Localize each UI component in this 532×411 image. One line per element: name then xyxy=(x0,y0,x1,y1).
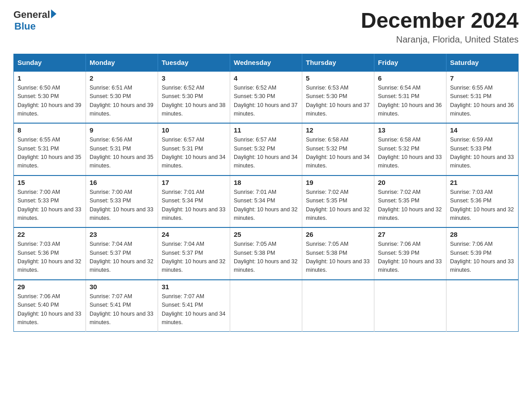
day-info: Sunrise: 7:06 AMSunset: 5:40 PMDaylight:… xyxy=(17,293,81,325)
weekday-header-tuesday: Tuesday xyxy=(158,54,230,71)
calendar-week-4: 22 Sunrise: 7:03 AMSunset: 5:36 PMDaylig… xyxy=(14,227,519,280)
day-info: Sunrise: 7:02 AMSunset: 5:35 PMDaylight:… xyxy=(306,189,369,221)
calendar-cell: 9 Sunrise: 6:56 AMSunset: 5:31 PMDayligh… xyxy=(86,123,158,176)
calendar-cell xyxy=(374,280,446,332)
calendar-cell xyxy=(230,280,302,332)
day-number: 30 xyxy=(90,283,154,291)
calendar-cell: 6 Sunrise: 6:54 AMSunset: 5:31 PMDayligh… xyxy=(374,71,446,124)
logo-general: General xyxy=(13,9,50,21)
calendar-cell: 28 Sunrise: 7:06 AMSunset: 5:39 PMDaylig… xyxy=(446,227,519,280)
day-info: Sunrise: 6:55 AMSunset: 5:31 PMDaylight:… xyxy=(450,85,514,117)
weekday-header-saturday: Saturday xyxy=(446,54,519,71)
day-info: Sunrise: 7:07 AMSunset: 5:41 PMDaylight:… xyxy=(90,293,153,325)
calendar-cell: 31 Sunrise: 7:07 AMSunset: 5:41 PMDaylig… xyxy=(158,280,230,332)
day-number: 1 xyxy=(17,74,82,82)
calendar-cell: 1 Sunrise: 6:50 AMSunset: 5:30 PMDayligh… xyxy=(14,71,86,124)
location: Naranja, Florida, United States xyxy=(361,34,519,45)
weekday-header-sunday: Sunday xyxy=(14,54,86,71)
calendar-cell: 19 Sunrise: 7:02 AMSunset: 5:35 PMDaylig… xyxy=(302,176,374,228)
day-number: 3 xyxy=(162,74,226,82)
day-number: 24 xyxy=(162,231,226,238)
day-number: 10 xyxy=(162,126,226,134)
calendar-cell: 30 Sunrise: 7:07 AMSunset: 5:41 PMDaylig… xyxy=(86,280,158,332)
day-number: 18 xyxy=(234,179,298,186)
logo: General Blue xyxy=(13,9,56,32)
day-info: Sunrise: 7:00 AMSunset: 5:33 PMDaylight:… xyxy=(90,189,153,221)
day-info: Sunrise: 7:02 AMSunset: 5:35 PMDaylight:… xyxy=(378,189,442,221)
day-number: 20 xyxy=(378,179,442,186)
day-info: Sunrise: 6:59 AMSunset: 5:33 PMDaylight:… xyxy=(450,137,514,169)
day-info: Sunrise: 7:01 AMSunset: 5:34 PMDaylight:… xyxy=(162,189,225,221)
calendar-cell: 13 Sunrise: 6:58 AMSunset: 5:32 PMDaylig… xyxy=(374,123,446,176)
calendar-cell: 2 Sunrise: 6:51 AMSunset: 5:30 PMDayligh… xyxy=(86,71,158,124)
day-number: 22 xyxy=(17,231,82,238)
month-title: December 2024 xyxy=(361,9,519,33)
day-number: 17 xyxy=(162,179,226,186)
calendar-cell: 24 Sunrise: 7:04 AMSunset: 5:37 PMDaylig… xyxy=(158,227,230,280)
day-number: 21 xyxy=(450,179,515,186)
day-info: Sunrise: 6:58 AMSunset: 5:32 PMDaylight:… xyxy=(378,137,442,169)
day-number: 15 xyxy=(17,179,82,186)
day-info: Sunrise: 7:05 AMSunset: 5:38 PMDaylight:… xyxy=(234,241,297,273)
calendar-cell: 21 Sunrise: 7:03 AMSunset: 5:36 PMDaylig… xyxy=(446,176,519,228)
calendar-cell: 4 Sunrise: 6:52 AMSunset: 5:30 PMDayligh… xyxy=(230,71,302,124)
day-info: Sunrise: 6:57 AMSunset: 5:32 PMDaylight:… xyxy=(234,137,297,169)
calendar-cell xyxy=(446,280,519,332)
title-block: December 2024 Naranja, Florida, United S… xyxy=(361,9,519,45)
weekday-header-friday: Friday xyxy=(374,54,446,71)
calendar-cell: 27 Sunrise: 7:06 AMSunset: 5:39 PMDaylig… xyxy=(374,227,446,280)
calendar-cell: 29 Sunrise: 7:06 AMSunset: 5:40 PMDaylig… xyxy=(14,280,86,332)
day-number: 12 xyxy=(306,126,370,134)
calendar-cell: 22 Sunrise: 7:03 AMSunset: 5:36 PMDaylig… xyxy=(14,227,86,280)
day-info: Sunrise: 7:03 AMSunset: 5:36 PMDaylight:… xyxy=(17,241,81,273)
logo-blue: Blue xyxy=(13,21,56,32)
calendar-cell: 5 Sunrise: 6:53 AMSunset: 5:30 PMDayligh… xyxy=(302,71,374,124)
day-info: Sunrise: 7:06 AMSunset: 5:39 PMDaylight:… xyxy=(450,241,514,273)
day-info: Sunrise: 7:05 AMSunset: 5:38 PMDaylight:… xyxy=(306,241,369,273)
calendar-cell: 26 Sunrise: 7:05 AMSunset: 5:38 PMDaylig… xyxy=(302,227,374,280)
day-info: Sunrise: 6:52 AMSunset: 5:30 PMDaylight:… xyxy=(162,85,225,117)
day-info: Sunrise: 6:50 AMSunset: 5:30 PMDaylight:… xyxy=(17,85,81,117)
day-info: Sunrise: 6:55 AMSunset: 5:31 PMDaylight:… xyxy=(17,137,81,169)
day-number: 14 xyxy=(450,126,515,134)
logo-arrow-icon xyxy=(51,9,56,18)
day-info: Sunrise: 7:04 AMSunset: 5:37 PMDaylight:… xyxy=(162,241,225,273)
day-info: Sunrise: 6:57 AMSunset: 5:31 PMDaylight:… xyxy=(162,137,225,169)
day-number: 25 xyxy=(234,231,298,238)
calendar-table: SundayMondayTuesdayWednesdayThursdayFrid… xyxy=(13,54,519,332)
day-info: Sunrise: 7:04 AMSunset: 5:37 PMDaylight:… xyxy=(90,241,153,273)
calendar-cell: 25 Sunrise: 7:05 AMSunset: 5:38 PMDaylig… xyxy=(230,227,302,280)
day-number: 28 xyxy=(450,231,515,238)
day-number: 31 xyxy=(162,283,226,291)
day-number: 23 xyxy=(90,231,154,238)
day-number: 6 xyxy=(378,74,442,82)
calendar-cell: 16 Sunrise: 7:00 AMSunset: 5:33 PMDaylig… xyxy=(86,176,158,228)
day-info: Sunrise: 6:51 AMSunset: 5:30 PMDaylight:… xyxy=(90,85,153,117)
day-info: Sunrise: 6:56 AMSunset: 5:31 PMDaylight:… xyxy=(90,137,153,169)
day-number: 9 xyxy=(90,126,154,134)
day-number: 16 xyxy=(90,179,154,186)
day-number: 19 xyxy=(306,179,370,186)
day-number: 8 xyxy=(17,126,82,134)
calendar-cell: 17 Sunrise: 7:01 AMSunset: 5:34 PMDaylig… xyxy=(158,176,230,228)
calendar-week-1: 1 Sunrise: 6:50 AMSunset: 5:30 PMDayligh… xyxy=(14,71,519,124)
day-number: 2 xyxy=(90,74,154,82)
calendar-cell xyxy=(302,280,374,332)
day-number: 13 xyxy=(378,126,442,134)
calendar-cell: 3 Sunrise: 6:52 AMSunset: 5:30 PMDayligh… xyxy=(158,71,230,124)
calendar-cell: 23 Sunrise: 7:04 AMSunset: 5:37 PMDaylig… xyxy=(86,227,158,280)
page-header: General Blue December 2024 Naranja, Flor… xyxy=(13,9,519,45)
calendar-cell: 7 Sunrise: 6:55 AMSunset: 5:31 PMDayligh… xyxy=(446,71,519,124)
day-number: 29 xyxy=(17,283,82,291)
weekday-header-row: SundayMondayTuesdayWednesdayThursdayFrid… xyxy=(14,54,519,71)
calendar-cell: 11 Sunrise: 6:57 AMSunset: 5:32 PMDaylig… xyxy=(230,123,302,176)
day-info: Sunrise: 6:54 AMSunset: 5:31 PMDaylight:… xyxy=(378,85,442,117)
calendar-cell: 12 Sunrise: 6:58 AMSunset: 5:32 PMDaylig… xyxy=(302,123,374,176)
day-info: Sunrise: 6:52 AMSunset: 5:30 PMDaylight:… xyxy=(234,85,297,117)
weekday-header-monday: Monday xyxy=(86,54,158,71)
day-number: 7 xyxy=(450,74,515,82)
calendar-cell: 8 Sunrise: 6:55 AMSunset: 5:31 PMDayligh… xyxy=(14,123,86,176)
weekday-header-thursday: Thursday xyxy=(302,54,374,71)
calendar-cell: 20 Sunrise: 7:02 AMSunset: 5:35 PMDaylig… xyxy=(374,176,446,228)
day-info: Sunrise: 6:53 AMSunset: 5:30 PMDaylight:… xyxy=(306,85,369,117)
